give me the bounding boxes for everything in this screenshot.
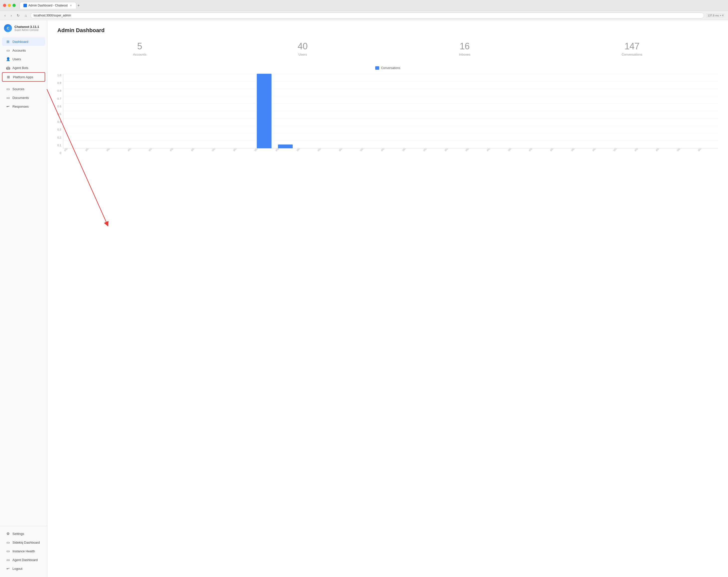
x-axis-label: 2024-08-04 xyxy=(360,148,369,152)
sidebar-item-label: Platform Apps xyxy=(13,75,33,79)
bar-slot xyxy=(549,74,570,148)
bar-slot xyxy=(85,74,106,148)
x-axis-label: 2024-08-03 xyxy=(338,148,348,152)
x-label-wrapper: 2024-07-25 xyxy=(148,148,169,163)
bar-slot xyxy=(486,74,507,148)
x-label-wrapper: 2024-08-09 xyxy=(465,148,486,163)
main-content: Admin Dashboard 5 Accounts 40 Users 16 I… xyxy=(47,20,728,577)
x-label-wrapper: 2024-08-11 xyxy=(507,148,528,163)
x-axis-label: 2024-07-27 xyxy=(190,148,201,152)
sidebar-item-label: Accounts xyxy=(12,49,26,52)
sidebar-item-dashboard[interactable]: ⊞ Dashboard xyxy=(2,37,45,46)
sidebar-item-agent-bots[interactable]: 🤖 Agent Bots xyxy=(2,63,45,72)
app-layout: C Chatwoot 3.11.1 Super Admin Console ⊞ … xyxy=(0,20,728,577)
x-label-wrapper: 2024-07-28 xyxy=(211,148,232,163)
back-button[interactable]: ‹ xyxy=(3,13,7,18)
sidebar-item-responses[interactable]: ↩ Responses xyxy=(2,102,45,111)
x-axis-label: 2024-08-16 xyxy=(613,148,623,152)
x-axis-label: 2024-08-07 xyxy=(423,148,433,152)
stat-label-users: Users xyxy=(298,53,307,56)
x-label-wrapper: 2024-08-08 xyxy=(444,148,465,163)
close-button-traffic[interactable] xyxy=(3,4,6,7)
settings-icon: ⚙ xyxy=(6,532,10,535)
bar-slot xyxy=(422,74,444,148)
sidebar-item-instance-health[interactable]: ▭ Instance Health xyxy=(2,547,45,555)
x-label-wrapper: 2024-08-07 xyxy=(422,148,444,163)
bar-slot xyxy=(506,74,528,148)
x-axis-label: 2024-08-13 xyxy=(549,148,560,152)
timing-badge: 137.8 ms × 4 xyxy=(706,13,725,18)
bar-slot xyxy=(633,74,654,148)
bar-slot xyxy=(296,74,317,148)
sidebar-item-settings[interactable]: ⚙ Settings xyxy=(2,529,45,538)
sidebar-item-platform-apps[interactable]: ⊞ Platform Apps xyxy=(2,72,45,82)
stat-inboxes: 16 Inboxes xyxy=(459,41,470,56)
y-label-03: 0.3 xyxy=(57,128,61,131)
bar-chart-bars xyxy=(63,74,718,148)
x-label-wrapper: 2024-07-21 xyxy=(63,148,84,163)
sidebar-item-label: Settings xyxy=(12,532,24,535)
x-axis-label: 2024-07-24 xyxy=(127,148,137,152)
y-label-05: 0.5 xyxy=(57,113,61,116)
sidebar-item-accounts[interactable]: ▭ Accounts xyxy=(2,46,45,55)
x-axis-label: 2024-08-11 xyxy=(508,148,517,152)
x-axis-label: 2024-07-26 xyxy=(169,148,179,152)
sidebar-logo: C Chatwoot 3.11.1 Super Admin Console xyxy=(0,24,47,37)
sidebar-item-label: Logout xyxy=(12,567,22,571)
sources-icon: ▭ xyxy=(6,87,10,91)
x-axis-label: 2024-07-23 xyxy=(106,148,116,152)
stat-number-conversations: 147 xyxy=(625,41,640,52)
stat-number-accounts: 5 xyxy=(137,41,142,52)
instance-health-icon: ▭ xyxy=(6,549,10,553)
y-label-06: 0.6 xyxy=(57,105,61,108)
forward-button[interactable]: › xyxy=(9,13,14,18)
active-tab[interactable]: Admin Dashboard - Chatwoot × xyxy=(20,2,76,9)
home-button[interactable]: ⌂ xyxy=(23,13,28,18)
sidebar-item-users[interactable]: 👤 Users xyxy=(2,55,45,63)
agent-dashboard-icon: ▭ xyxy=(6,558,10,562)
x-label-wrapper: 2024-08-12 xyxy=(528,148,549,163)
users-icon: 👤 xyxy=(6,57,10,61)
x-axis-label: 2024-07-31 xyxy=(275,148,285,152)
chart-bar xyxy=(257,74,271,148)
reload-button[interactable]: ↻ xyxy=(15,13,21,18)
x-axis: 2024-07-212024-07-222024-07-232024-07-24… xyxy=(63,148,718,163)
sidebar-item-sidekiq[interactable]: ▭ Sidekiq Dashboard xyxy=(2,538,45,547)
chart-container: Conversations 1.0 0.9 0.8 0.7 0.6 0.5 0.… xyxy=(57,66,718,163)
agent-bots-icon: 🤖 xyxy=(6,66,10,70)
maximize-button-traffic[interactable] xyxy=(12,4,16,7)
traffic-lights xyxy=(3,4,16,7)
accounts-icon: ▭ xyxy=(6,48,10,52)
logo-text: Chatwoot 3.11.1 Super Admin Console xyxy=(15,25,39,31)
tab-favicon xyxy=(23,4,27,7)
sidebar-item-agent-dashboard[interactable]: ▭ Agent Dashboard xyxy=(2,556,45,564)
bar-slot xyxy=(190,74,212,148)
page-title: Admin Dashboard xyxy=(57,27,718,34)
x-axis-label: 2024-07-25 xyxy=(148,148,158,152)
sidebar-item-sources[interactable]: ▭ Sources xyxy=(2,85,45,93)
sidebar-item-documents[interactable]: ▭ Documents xyxy=(2,93,45,102)
tab-close-button[interactable]: × xyxy=(69,4,73,7)
x-axis-label: 2024-07-21 xyxy=(63,148,74,152)
y-label-00: 0 xyxy=(59,152,61,155)
bar-slot xyxy=(338,74,359,148)
address-bar-row: ‹ › ↻ ⌂ localhost:3000/super_admin 137.8… xyxy=(0,11,728,20)
x-axis-label: 2024-08-05 xyxy=(381,148,390,152)
address-bar[interactable]: localhost:3000/super_admin xyxy=(30,12,704,19)
x-axis-label: 2024-08-18 xyxy=(655,148,665,152)
sidebar-bottom: ⚙ Settings ▭ Sidekiq Dashboard ▭ Instanc… xyxy=(0,526,47,573)
y-label-10: 1.0 xyxy=(57,74,61,77)
x-axis-label: 2024-07-29 xyxy=(233,148,242,152)
x-label-wrapper: 2024-08-15 xyxy=(591,148,613,163)
sidebar-item-label: Documents xyxy=(12,96,29,100)
sidebar-item-logout[interactable]: ↩ Logout xyxy=(2,564,45,573)
minimize-button-traffic[interactable] xyxy=(8,4,11,7)
bar-slot xyxy=(148,74,170,148)
new-tab-button[interactable]: + xyxy=(77,3,80,8)
x-label-wrapper: 2024-07-26 xyxy=(169,148,190,163)
bar-slot xyxy=(570,74,591,148)
bar-slot xyxy=(64,74,85,148)
bar-slot xyxy=(465,74,486,148)
x-axis-label: 2024-08-08 xyxy=(444,148,454,152)
chart-legend: Conversations xyxy=(57,66,718,70)
